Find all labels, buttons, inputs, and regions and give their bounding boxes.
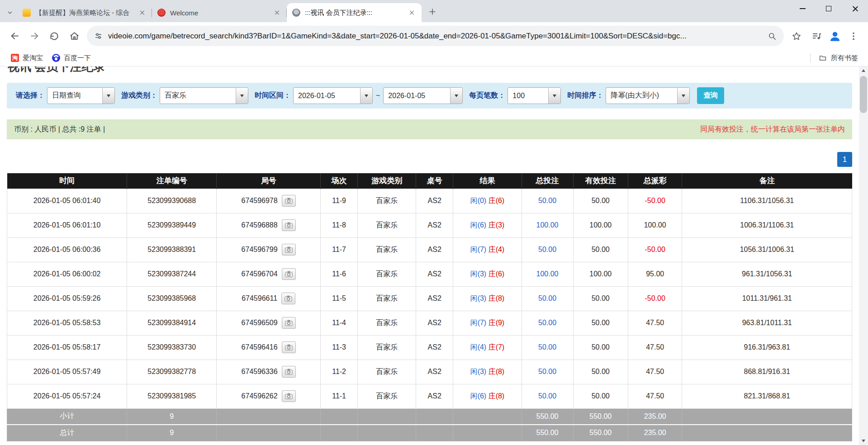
- game-kind-combobox[interactable]: 百家乐: [160, 87, 248, 104]
- camera-button[interactable]: [282, 390, 296, 402]
- player-result: 闲(0): [470, 197, 487, 204]
- chevron-down-icon: [365, 95, 368, 97]
- total-bet-link[interactable]: 50.00: [538, 392, 556, 400]
- media-controls-button[interactable]: [806, 26, 826, 46]
- cell-payout: 47.50: [628, 335, 682, 360]
- bookmark-item[interactable]: 淘爱淘宝: [6, 52, 47, 64]
- footer-cell: 235.00: [628, 408, 682, 425]
- bookmarks-bar: 淘爱淘宝百度一下 所有书签: [0, 50, 868, 66]
- cell-round-id: 674596978: [217, 189, 321, 213]
- dropdown-button[interactable]: [360, 88, 372, 104]
- round-id: 674596799: [242, 246, 278, 254]
- reload-button[interactable]: [44, 26, 64, 46]
- round-id: 674596416: [242, 343, 278, 351]
- magnifier-icon: [768, 32, 777, 41]
- browser-tab[interactable]: 【新提醒】海燕策略论坛 - 综合: [17, 3, 152, 22]
- sort-order-combobox[interactable]: 降幂(由大到小): [606, 87, 690, 104]
- date-start-combobox[interactable]: 2026-01-05: [293, 87, 373, 104]
- tab-close-icon[interactable]: [138, 9, 147, 17]
- tab-close-icon[interactable]: [408, 9, 416, 17]
- date-end-combobox[interactable]: 2026-01-05: [383, 87, 463, 104]
- browser-tab[interactable]: :::视讯 会员下注纪录:::: [287, 3, 422, 22]
- total-bet-link[interactable]: 50.00: [538, 294, 556, 302]
- cell-round-id: 674596611: [217, 286, 321, 311]
- camera-button[interactable]: [282, 366, 296, 378]
- camera-button[interactable]: [282, 317, 296, 329]
- cell-payout: 47.50: [628, 360, 682, 384]
- all-bookmarks-button[interactable]: 所有书签: [815, 54, 862, 62]
- cell-valid-bet: 50.00: [573, 360, 628, 384]
- total-bet-link[interactable]: 100.00: [536, 270, 559, 278]
- cell-remark: 1011.31/961.31: [682, 286, 852, 311]
- cell-result: 闲(6) 庄(8): [453, 384, 522, 408]
- camera-button[interactable]: [282, 268, 296, 280]
- cell-remark: 963.81/1011.31: [682, 311, 852, 335]
- cell-bet-id: 523099381985: [127, 384, 217, 408]
- scrollbar-thumb[interactable]: [860, 76, 867, 113]
- browser-tab[interactable]: Welcome: [152, 3, 287, 22]
- footer-cell: [358, 408, 416, 425]
- zoom-indicator-button[interactable]: [768, 32, 777, 41]
- cell-round-id: 674596799: [217, 237, 321, 262]
- forum-favicon: [23, 9, 31, 17]
- total-bet-link[interactable]: 50.00: [538, 343, 556, 351]
- query-type-combobox[interactable]: 日期查询: [47, 87, 115, 104]
- forward-button[interactable]: [24, 26, 44, 46]
- total-bet-link[interactable]: 50.00: [538, 319, 556, 327]
- menu-button[interactable]: [844, 26, 863, 46]
- dropdown-button[interactable]: [102, 88, 114, 104]
- total-bet-link[interactable]: 50.00: [538, 246, 556, 253]
- camera-button[interactable]: [282, 341, 296, 353]
- total-bet-link[interactable]: 50.00: [538, 368, 556, 375]
- scrollbar-up-button[interactable]: [859, 66, 868, 75]
- minimize-button[interactable]: [789, 0, 816, 17]
- bookmark-star-button[interactable]: [787, 26, 806, 46]
- bookmark-item[interactable]: 百度一下: [47, 52, 95, 64]
- tab-search-button[interactable]: [3, 3, 17, 22]
- total-bet-link[interactable]: 50.00: [538, 197, 556, 204]
- back-button[interactable]: [5, 26, 24, 46]
- browser-toolbar: videoie.com/game/betrecord_search/kind3?…: [0, 22, 868, 50]
- scrollbar-down-button[interactable]: [859, 437, 868, 445]
- column-header: 有效投注: [573, 173, 628, 189]
- profile-avatar[interactable]: [826, 28, 844, 45]
- cell-game-kind: 百家乐: [358, 262, 416, 286]
- cell-valid-bet: 50.00: [573, 384, 628, 408]
- site-settings-button[interactable]: [94, 32, 103, 40]
- address-bar[interactable]: videoie.com/game/betrecord_search/kind3?…: [87, 26, 784, 46]
- footer-cell: [453, 408, 522, 425]
- camera-button[interactable]: [282, 195, 296, 207]
- cell-table: AS2: [416, 189, 453, 213]
- table-row: 2026-01-05 05:58:17523099383730674596416…: [7, 335, 852, 360]
- tab-close-icon[interactable]: [273, 9, 281, 17]
- pagination-page-button[interactable]: 1: [837, 152, 852, 167]
- close-window-button[interactable]: [842, 0, 868, 17]
- cell-table: AS2: [416, 335, 453, 360]
- footer-cell: [453, 425, 522, 441]
- subtotal-row: 小计9550.00550.00235.00: [7, 408, 852, 425]
- camera-button[interactable]: [282, 244, 296, 256]
- url-text[interactable]: videoie.com/game/betrecord_search/kind3?…: [108, 32, 762, 41]
- arrow-down-icon: [862, 440, 865, 442]
- cell-valid-bet: 100.00: [573, 213, 628, 237]
- total-bet-link[interactable]: 100.00: [536, 221, 559, 229]
- camera-icon: [285, 344, 293, 350]
- cell-valid-bet: 100.00: [573, 262, 628, 286]
- dropdown-button[interactable]: [450, 88, 462, 104]
- dropdown-button[interactable]: [548, 88, 560, 104]
- camera-button[interactable]: [282, 219, 296, 231]
- cell-table: AS2: [416, 311, 453, 335]
- dropdown-button[interactable]: [236, 88, 248, 104]
- page-size-combobox[interactable]: 100: [508, 87, 561, 104]
- camera-icon: [285, 320, 293, 326]
- cell-remark: 821.31/868.81: [682, 384, 852, 408]
- new-tab-button[interactable]: [424, 4, 441, 20]
- home-button[interactable]: [64, 26, 84, 46]
- dropdown-button[interactable]: [677, 88, 689, 104]
- camera-button[interactable]: [281, 293, 295, 304]
- camera-icon: [285, 246, 293, 253]
- banker-result: 庄(3): [489, 221, 505, 229]
- maximize-button[interactable]: [816, 0, 842, 17]
- cell-result: 闲(3) 庄(6): [453, 262, 522, 286]
- search-button[interactable]: 查询: [697, 87, 724, 104]
